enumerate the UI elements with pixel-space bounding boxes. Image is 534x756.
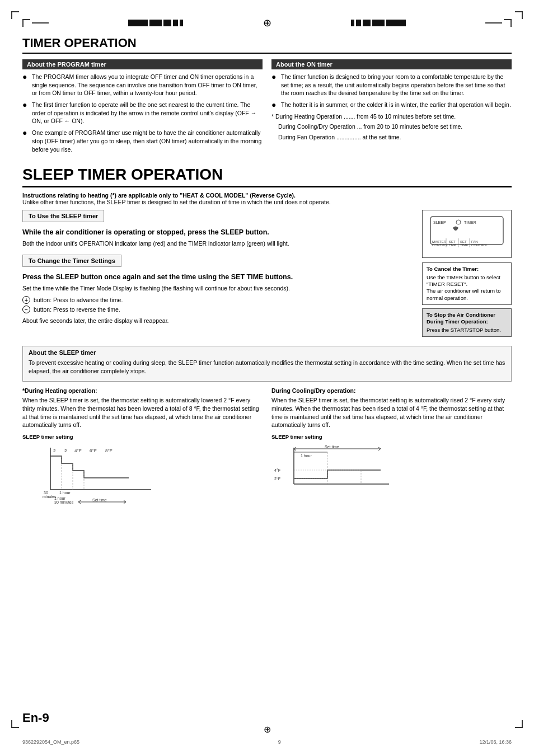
on-bullet-dot-2: ●: [271, 101, 278, 109]
chart2-area: SLEEP timer setting Set time: [271, 434, 512, 505]
program-timer-header: About the PROGRAM timer: [22, 59, 263, 69]
svg-text:1 hour: 1 hour: [301, 454, 312, 458]
footer-page-small: 9: [278, 739, 281, 745]
stop-ac-text: Press the START/STOP button.: [427, 327, 507, 334]
svg-text:4°F: 4°F: [74, 448, 82, 453]
svg-point-2: [456, 220, 461, 224]
footer-date: 12/1/06, 16:36: [479, 739, 512, 745]
cancel-timer-header: To Cancel the Timer:: [427, 266, 507, 273]
stop-ac-box: To Stop the Air Conditioner During Timer…: [422, 308, 512, 337]
on-bullet-2-text: The hotter it is in summer, or the colde…: [281, 101, 512, 109]
svg-text:2: 2: [64, 448, 67, 453]
svg-text:30: 30: [44, 491, 48, 495]
svg-text:Set time: Set time: [92, 498, 107, 502]
on-bullet-1: ● The timer function is designed to brin…: [271, 73, 512, 97]
center-symbol: ⊕: [263, 17, 271, 29]
program-bullet-3-text: One example of PROGRAM timer use might b…: [32, 129, 263, 153]
change-timer-box: To Change the Timer Settings: [22, 255, 121, 267]
bullet-dot-2: ●: [22, 101, 29, 125]
cooling-heading: During Cooling/Dry operation:: [271, 387, 512, 394]
after-text: About five seconds later, the entire dis…: [22, 317, 413, 325]
corner-bl: [11, 720, 19, 728]
use-sleep-box: To Use the SLEEP timer: [22, 210, 104, 222]
on-timer-fan: During Fan Operation ............... at …: [278, 133, 512, 142]
program-bullet-3: ● One example of PROGRAM timer use might…: [22, 129, 263, 153]
btn-minus-label: button: Press to reverse the time.: [34, 306, 120, 313]
chart1-svg: 2 2 4°F 6°F 8°F 30 minutes 1 hour 1 hour: [22, 442, 157, 504]
stop-ac-header: To Stop the Air Conditioner During Timer…: [427, 312, 507, 326]
sleep-use-section: To Use the SLEEP timer While the air con…: [22, 210, 512, 340]
page-num-large: En-9: [22, 711, 49, 725]
on-bullet-dot-1: ●: [271, 73, 278, 97]
corner-br: [515, 720, 523, 728]
sleep-intro-normal: Unlike other timer functions, the SLEEP …: [22, 199, 331, 205]
chart2-title: SLEEP timer setting: [271, 434, 512, 440]
svg-text:TMP: TMP: [449, 243, 456, 247]
svg-text:SLEEP: SLEEP: [433, 220, 446, 224]
svg-text:TIMER: TIMER: [464, 220, 476, 224]
heating-text: When the SLEEP timer is set, the thermos…: [22, 396, 263, 429]
about-sleep-intro: To prevent excessive heating or cooling …: [29, 359, 505, 375]
on-timer-star: * During Heating Operation ....... from …: [271, 112, 512, 121]
on-timer-col: About the ON timer ● The timer function …: [271, 59, 512, 157]
cancel-timer-text2: The air conditioner will return to norma…: [427, 288, 507, 302]
chart2-svg: Set time 1 hour 2°F 4°F: [271, 442, 395, 504]
sleep-intro-bold: Instructions relating to heating (*) are…: [22, 192, 296, 199]
about-sleep-header: About the SLEEP timer: [29, 349, 505, 356]
about-sleep-box: About the SLEEP timer To prevent excessi…: [22, 346, 512, 382]
cancel-timer-text1: Use the TIMER button to select "TIMER RE…: [427, 274, 507, 288]
footer-doc: 9362292054_OM_en.p65: [22, 739, 79, 745]
btn-minus-item: − button: Press to reverse the time.: [22, 306, 413, 313]
program-bullet-2-text: The first timer function to operate will…: [32, 101, 263, 125]
sleep-timer-title: SLEEP TIMER OPERATION: [22, 166, 512, 187]
heating-col: *During Heating operation: When the SLEE…: [22, 387, 263, 505]
btn-plus-item: + button: Press to advance the time.: [22, 296, 413, 304]
remote-diagram: SLEEP TIMER MASTER CONTROL SET TMP SET T…: [422, 210, 512, 258]
sleep-action1-heading: While the air conditioner is operating o…: [22, 228, 413, 237]
program-bullet-2: ● The first timer function to operate wi…: [22, 101, 263, 125]
svg-text:CONTROL: CONTROL: [471, 243, 488, 247]
program-bullet-1-text: The PROGRAM timer allows you to integrat…: [32, 73, 263, 97]
cooling-text: When the SLEEP timer is set, the thermos…: [271, 396, 512, 429]
btn-plus-label: button: Press to advance the time.: [34, 297, 123, 303]
sleep-use-content: To Use the SLEEP timer While the air con…: [22, 210, 413, 340]
svg-text:TIME: TIME: [460, 243, 468, 247]
use-sleep-label: To Use the SLEEP timer: [29, 213, 98, 219]
bullet-dot-3: ●: [22, 129, 29, 153]
timer-operation-title: TIMER OPERATION: [22, 36, 512, 54]
svg-text:2: 2: [53, 448, 56, 453]
timer-info-columns: About the PROGRAM timer ● The PROGRAM ti…: [22, 59, 512, 157]
bottom-symbol: ⊕: [264, 724, 271, 735]
cancel-timer-box: To Cancel the Timer: Use the TIMER butto…: [422, 262, 512, 305]
footer: 9362292054_OM_en.p65 9 12/1/06, 16:36: [0, 739, 534, 745]
chart1-title: SLEEP timer setting: [22, 434, 263, 440]
svg-text:30 minutes: 30 minutes: [54, 500, 74, 504]
svg-text:2°F: 2°F: [274, 477, 280, 481]
svg-text:6°F: 6°F: [90, 448, 97, 453]
svg-text:4°F: 4°F: [274, 468, 280, 472]
change-timer-label: To Change the Timer Settings: [29, 257, 115, 264]
on-bullet-2: ● The hotter it is in summer, or the col…: [271, 101, 512, 109]
svg-text:1 hour: 1 hour: [59, 491, 71, 495]
program-bullet-1: ● The PROGRAM timer allows you to integr…: [22, 73, 263, 97]
sleep-action2-heading: Press the SLEEP button once again and se…: [22, 273, 413, 281]
on-timer-header: About the ON timer: [271, 59, 512, 69]
remote-svg: SLEEP TIMER MASTER CONTROL SET TMP SET T…: [428, 214, 506, 253]
sleep-operation-cols: *During Heating operation: When the SLEE…: [22, 387, 512, 505]
svg-text:1 hour: 1 hour: [54, 496, 66, 500]
top-decoration: ⊕: [22, 17, 512, 29]
program-timer-col: About the PROGRAM timer ● The PROGRAM ti…: [22, 59, 263, 157]
corner-tr: [515, 11, 523, 19]
sleep-right-panel: SLEEP TIMER MASTER CONTROL SET TMP SET T…: [422, 210, 512, 340]
heating-heading: *During Heating operation:: [22, 387, 263, 394]
sleep-action1-text: Both the indoor unit's OPERATION indicat…: [22, 240, 413, 248]
sleep-action2-text: Set the time while the Timer Mode Displa…: [22, 284, 413, 293]
sleep-intro: Instructions relating to heating (*) are…: [22, 192, 512, 205]
left-deco-bars: [128, 20, 183, 26]
svg-text:8°F: 8°F: [105, 448, 113, 453]
cooling-col: During Cooling/Dry operation: When the S…: [271, 387, 512, 505]
svg-text:CONTROL: CONTROL: [432, 243, 449, 247]
chart1-area: SLEEP timer setting 2 2 4°F 6°F 8°F: [22, 434, 263, 505]
on-bullet-1-text: The timer function is designed to bring …: [281, 73, 512, 97]
svg-text:Set time: Set time: [325, 445, 339, 449]
